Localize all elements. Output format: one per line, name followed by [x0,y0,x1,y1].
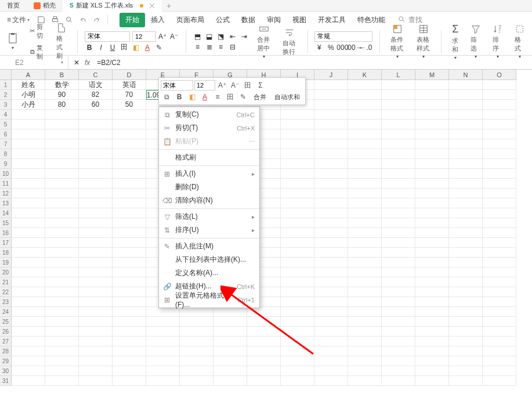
filter-button[interactable]: 筛选▾ [467,23,484,60]
cell[interactable] [415,327,449,337]
cell[interactable] [281,346,314,356]
cell[interactable] [180,356,213,366]
cell[interactable] [79,248,113,258]
mini-fill-icon[interactable]: ◧ [186,92,198,102]
cell[interactable] [483,110,516,120]
cell[interactable] [213,327,247,337]
cell[interactable] [483,376,516,386]
cell[interactable] [348,238,382,248]
cell[interactable] [45,258,79,268]
cell[interactable] [415,277,449,287]
mini-format-painter-icon[interactable]: ✎ [237,92,249,102]
cell[interactable] [449,120,483,129]
cell[interactable] [79,317,113,327]
cell[interactable] [146,356,180,366]
cell[interactable] [213,346,247,356]
cell[interactable] [281,238,314,248]
cell[interactable] [348,337,382,346]
cell[interactable] [281,198,314,208]
cell[interactable] [12,238,45,248]
cell[interactable] [113,366,146,376]
cell[interactable] [79,327,113,337]
cell[interactable] [45,159,79,169]
font-select[interactable] [85,31,130,42]
row-header[interactable]: 25 [0,317,12,327]
merge-center-button[interactable]: 合并居中▾ [254,23,275,60]
cell[interactable] [180,376,213,386]
cell[interactable] [483,258,516,268]
cell[interactable] [382,100,415,110]
cell[interactable] [45,307,79,317]
cell[interactable] [382,307,415,317]
cell[interactable] [45,218,79,228]
cell[interactable] [449,337,483,346]
cell[interactable] [79,208,113,218]
cell[interactable] [113,248,146,258]
mini-copy-icon[interactable]: ⧉ [161,92,172,102]
cell[interactable] [348,297,382,307]
cell[interactable] [348,327,382,337]
cell[interactable] [12,218,45,228]
cell[interactable] [281,159,314,169]
ribbon-tab-formula[interactable]: 公式 [210,13,236,27]
cell[interactable] [415,376,449,386]
cell[interactable]: 82 [79,90,113,100]
cell[interactable] [113,129,146,139]
cell[interactable] [213,317,247,327]
cell[interactable] [113,376,146,386]
cell[interactable] [12,129,45,139]
mini-font-color-icon[interactable]: A [199,92,211,102]
cell[interactable] [483,100,516,110]
cell[interactable] [281,179,314,189]
cell[interactable] [415,337,449,346]
cell[interactable] [146,337,180,346]
cell[interactable] [79,198,113,208]
cell[interactable] [12,198,45,208]
decimal-increase-icon[interactable]: .00→ [349,43,359,52]
cell[interactable] [382,169,415,179]
row-header[interactable]: 2 [0,90,12,100]
cell[interactable] [483,218,516,228]
cell[interactable] [146,376,180,386]
cell[interactable] [449,238,483,248]
cell[interactable] [483,287,516,297]
cell[interactable] [45,228,79,238]
sort-button[interactable]: 排序▾ [489,23,506,60]
cell[interactable] [113,337,146,346]
cell[interactable] [45,139,79,149]
col-header[interactable]: O [483,70,516,80]
row-header[interactable]: 20 [0,268,12,277]
cell[interactable] [415,149,449,159]
cell[interactable] [382,277,415,287]
mini-bold-icon[interactable]: B [173,92,185,102]
cell[interactable] [382,120,415,129]
cell[interactable] [213,337,247,346]
mini-size-select[interactable] [194,80,215,91]
cell[interactable] [382,90,415,100]
cell[interactable] [348,139,382,149]
row-header[interactable]: 29 [0,356,12,366]
cell[interactable] [382,366,415,376]
underline-icon[interactable]: U [108,43,117,52]
cell[interactable] [12,327,45,337]
cell[interactable] [348,120,382,129]
mini-align-icon[interactable]: ≡ [212,92,223,102]
cell[interactable] [281,287,314,297]
cell[interactable] [449,129,483,139]
cell[interactable] [12,228,45,238]
cell[interactable] [45,248,79,258]
cell[interactable] [314,110,348,120]
mini-autosum-button[interactable]: 自动求和 [271,93,303,102]
col-header[interactable]: A [12,70,45,80]
cell[interactable] [483,80,516,90]
cell[interactable] [247,327,281,337]
cell[interactable] [45,238,79,248]
cell[interactable] [348,307,382,317]
currency-icon[interactable]: ¥ [314,43,324,52]
cell[interactable] [483,238,516,248]
sum-button[interactable]: Σ求和▾ [448,22,462,62]
ctx-format-painter[interactable]: 格式刷 [159,151,259,164]
col-header[interactable]: C [79,70,113,80]
cell[interactable]: 80 [45,100,79,110]
cell[interactable] [79,337,113,346]
